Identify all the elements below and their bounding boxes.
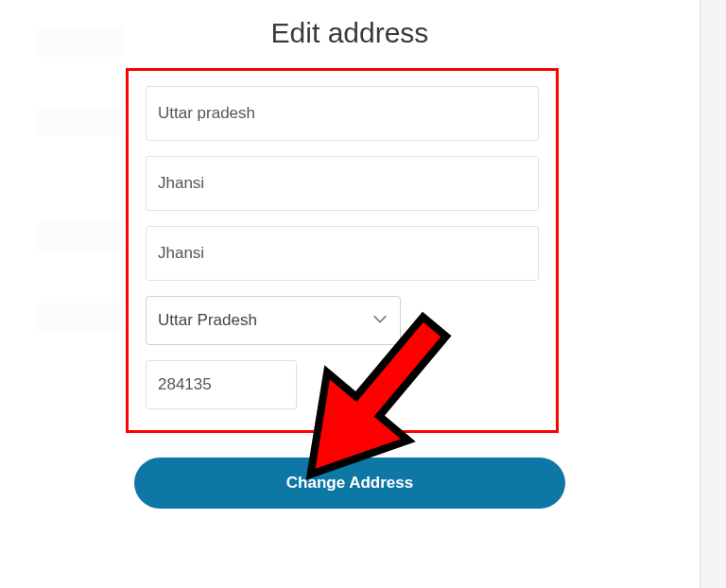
pincode-field[interactable] bbox=[146, 360, 297, 409]
address-field-2[interactable] bbox=[146, 156, 539, 211]
state-select-value: Uttar Pradesh bbox=[158, 311, 257, 330]
address-field-3[interactable] bbox=[146, 226, 539, 281]
change-address-button[interactable]: Change Address bbox=[134, 458, 565, 509]
state-select[interactable]: Uttar Pradesh bbox=[146, 296, 401, 345]
page-title: Edit address bbox=[0, 0, 700, 68]
address-field-1[interactable] bbox=[146, 86, 539, 141]
chevron-down-icon bbox=[373, 316, 387, 324]
form-highlight-frame: Uttar Pradesh bbox=[126, 68, 559, 433]
